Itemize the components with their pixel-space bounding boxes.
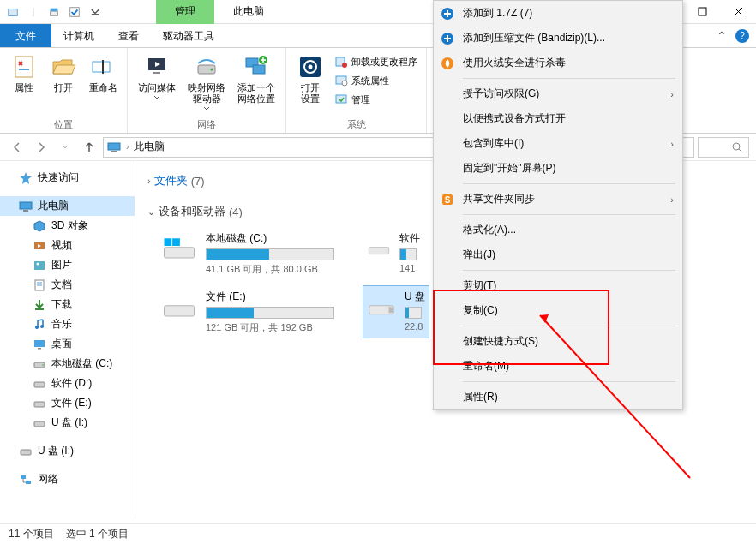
svg-rect-56 [26, 481, 31, 484]
help-icon[interactable]: ? [735, 29, 749, 43]
settings-icon [297, 53, 324, 81]
qat-check[interactable] [65, 3, 84, 21]
ribbon-help: ⌃ ? [717, 24, 756, 47]
manage-tab[interactable]: 管理 [156, 0, 214, 24]
ctx-item-11[interactable]: 格式化(A)... [434, 218, 682, 242]
ctx-item-label: 添加到 1.7Z (7) [463, 6, 532, 21]
status-bar: 11 个项目 选中 1 个项目 [0, 523, 756, 544]
sidebar-item-udisk2[interactable]: U 盘 (I:) [0, 441, 135, 461]
sidebar-item-thispc[interactable]: 此电脑 [0, 196, 135, 216]
chevron-right-icon: › [147, 176, 151, 186]
add-location-button[interactable]: 添加一个 网络位置 [232, 50, 280, 108]
ctx-item-4[interactable]: 授予访问权限(G)› [434, 81, 682, 106]
tab-computer[interactable]: 计算机 [51, 24, 106, 47]
sidebar-item-network[interactable]: 网络 [0, 469, 135, 489]
rename-button[interactable]: 重命名 [84, 50, 122, 97]
ctx-item-20[interactable]: 属性(R) [434, 385, 682, 409]
o-blue-icon [441, 7, 454, 21]
ctx-item-label: 格式化(A)... [463, 223, 516, 237]
ctx-item-5[interactable]: 以便携式设备方式打开 [434, 106, 682, 131]
chevron-down-icon [153, 95, 160, 99]
system-props-icon [334, 74, 348, 87]
svg-rect-4 [70, 7, 80, 16]
sidebar-item-udisk[interactable]: U 盘 (I:) [0, 413, 135, 433]
qat-icon-1[interactable] [3, 3, 22, 21]
title-tabs: 管理 此电脑 [156, 0, 283, 24]
up-button[interactable] [79, 137, 99, 158]
drive-e[interactable]: 文件 (E:) 121 GB 可用，共 192 GB [158, 286, 338, 338]
close-button[interactable] [720, 0, 756, 24]
svg-rect-63 [388, 307, 393, 313]
sidebar-item-soft-d[interactable]: 软件 (D:) [0, 374, 135, 393]
ctx-item-12[interactable]: 弹出(J) [434, 242, 682, 267]
tab-file[interactable]: 文件 [0, 24, 51, 47]
properties-icon [10, 53, 38, 81]
svg-rect-39 [34, 261, 45, 270]
ctx-item-label: 授予访问权限(G) [463, 87, 539, 101]
sidebar-item-3d[interactable]: 3D 对象 [0, 216, 135, 236]
ctx-item-18[interactable]: 重命名(M) [434, 354, 682, 379]
ctx-item-17[interactable]: 创建快捷方式(S) [434, 329, 682, 354]
ctx-item-0[interactable]: 添加到 1.7Z (7) [434, 1, 682, 26]
ribbon-group-system: 打开 设置 卸载或更改程序 系统属性 管理 系统 [286, 48, 427, 133]
qat-icon-2[interactable] [45, 3, 63, 21]
qat-dropdown[interactable] [86, 3, 105, 21]
sidebar-item-downloads[interactable]: 下载 [0, 295, 135, 314]
sidebar-item-quick-access[interactable]: 快速访问 [0, 168, 135, 188]
uninstall-button[interactable]: 卸载或更改程序 [331, 53, 421, 70]
sidebar-item-file-e[interactable]: 文件 (E:) [0, 393, 135, 413]
sidebar-item-pictures[interactable]: 图片 [0, 255, 135, 275]
properties-button[interactable]: 属性 [5, 50, 43, 97]
sidebar-item-music[interactable]: 音乐 [0, 314, 135, 334]
star-icon [19, 171, 33, 185]
open-settings-button[interactable]: 打开 设置 [291, 50, 329, 108]
svg-rect-3 [51, 8, 58, 11]
sidebar-item-videos[interactable]: 视频 [0, 236, 135, 255]
cube-icon [33, 219, 46, 233]
drive-usb[interactable]: U 盘 22.8 [363, 286, 429, 338]
drive-d[interactable]: 软件 141 [363, 228, 423, 279]
tab-drive-tools[interactable]: 驱动器工具 [151, 24, 226, 47]
svg-rect-12 [93, 62, 110, 72]
ctx-item-6[interactable]: 包含到库中(I)› [434, 131, 682, 156]
ctx-separator [463, 381, 675, 382]
address-label: 此电脑 [134, 140, 165, 154]
ctx-item-9[interactable]: S共享文件夹同步› [434, 187, 682, 212]
svg-rect-52 [34, 402, 45, 407]
network-icon [19, 473, 33, 487]
manage-button[interactable]: 管理 [331, 91, 421, 108]
maximize-button[interactable] [684, 0, 720, 24]
sidebar-item-documents[interactable]: 文档 [0, 275, 135, 295]
drive-c[interactable]: 本地磁盘 (C:) 41.1 GB 可用，共 80.0 GB [158, 228, 338, 279]
tab-view[interactable]: 查看 [106, 24, 151, 47]
sidebar-item-desktop[interactable]: 桌面 [0, 334, 135, 354]
search-input[interactable] [698, 137, 749, 158]
back-button[interactable] [7, 137, 27, 158]
ctx-item-14[interactable]: 剪切(T) [434, 273, 682, 298]
sidebar-item-localc[interactable]: 本地磁盘 (C:) [0, 354, 135, 374]
recent-dropdown[interactable] [55, 137, 75, 158]
ribbon-collapse-icon[interactable]: ⌃ [717, 29, 727, 43]
access-media-icon [143, 53, 171, 81]
ctx-item-label: 复制(C) [463, 303, 498, 318]
ctx-item-2[interactable]: 使用火绒安全进行杀毒 [434, 51, 682, 75]
ctx-separator [463, 78, 675, 79]
map-drive-button[interactable]: 映射网络 驱动器 [183, 50, 231, 114]
window-title: 此电脑 [214, 0, 283, 24]
system-props-button[interactable]: 系统属性 [331, 72, 421, 89]
svg-rect-31 [111, 151, 117, 152]
ctx-item-1[interactable]: 添加到压缩文件 (Bandizip)(L)... [434, 26, 682, 51]
group-label-location: 位置 [5, 117, 122, 133]
rename-icon [89, 53, 117, 81]
svg-rect-60 [369, 248, 388, 254]
document-icon [33, 278, 46, 292]
usb-drive-icon [367, 290, 396, 324]
ctx-item-7[interactable]: 固定到"开始"屏幕(P) [434, 156, 682, 181]
svg-point-40 [37, 262, 39, 265]
forward-button[interactable] [31, 137, 51, 158]
open-icon [50, 53, 77, 81]
open-button[interactable]: 打开 [45, 50, 82, 97]
access-media-button[interactable]: 访问媒体 [133, 50, 181, 103]
ctx-item-15[interactable]: 复制(C) [434, 298, 682, 323]
svg-marker-34 [20, 172, 32, 184]
